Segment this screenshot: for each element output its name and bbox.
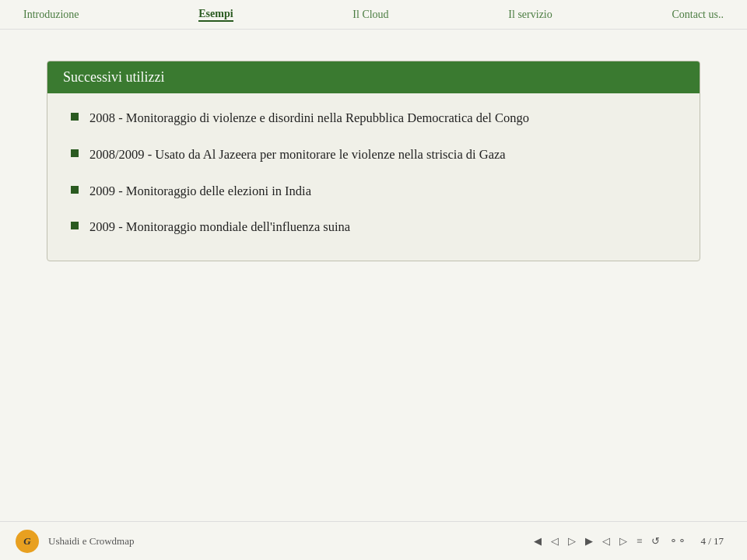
bottom-left: G Ushaidi e Crowdmap: [16, 530, 134, 553]
nav-first-icon[interactable]: ◀: [531, 534, 545, 549]
nav-item-introduzione[interactable]: Introduzione: [23, 9, 79, 21]
nav-list-icon[interactable]: ≡: [633, 534, 645, 549]
nav-prev-icon[interactable]: ◁: [548, 534, 562, 549]
list-item: 2009 - Monitoraggio mondiale dell'influe…: [71, 218, 676, 237]
content-box-header: Successivi utilizzi: [47, 61, 700, 93]
nav-refresh-icon[interactable]: ↺: [648, 534, 663, 549]
bullet-text-1: 2008 - Monitoraggio di violenze e disord…: [89, 109, 529, 128]
main-content: Successivi utilizzi 2008 - Monitoraggio …: [0, 30, 747, 521]
page-indicator: 4 / 17: [700, 535, 724, 548]
bullet-icon: [71, 113, 79, 121]
bullet-icon: [71, 186, 79, 194]
nav-section-prev-icon[interactable]: ◁: [599, 534, 613, 549]
navigation-bar: Introduzione Esempi Il Cloud Il servizio…: [0, 0, 747, 30]
logo-icon: G: [16, 530, 39, 553]
nav-item-ilcloud[interactable]: Il Cloud: [352, 9, 388, 21]
nav-section-next-icon[interactable]: ▷: [616, 534, 630, 549]
bullet-text-4: 2009 - Monitoraggio mondiale dell'influe…: [89, 218, 350, 237]
bullet-icon: [71, 149, 79, 157]
nav-item-contactus[interactable]: Contact us..: [672, 9, 724, 21]
bottom-subtitle: Ushaidi e Crowdmap: [48, 535, 134, 548]
list-item: 2008 - Monitoraggio di violenze e disord…: [71, 109, 676, 128]
nav-search-icon[interactable]: ⚬⚬: [666, 534, 689, 549]
bullet-icon: [71, 222, 79, 229]
nav-item-ilservizio[interactable]: Il servizio: [508, 9, 552, 21]
list-item: 2008/2009 - Usato da Al Jazeera per moni…: [71, 145, 676, 165]
content-box-body: 2008 - Monitoraggio di violenze e disord…: [47, 93, 700, 261]
bullet-text-3: 2009 - Monitoraggio delle elezioni in In…: [89, 182, 311, 201]
nav-prev-small-icon[interactable]: ▷: [565, 534, 579, 549]
list-item: 2009 - Monitoraggio delle elezioni in In…: [71, 182, 676, 201]
bullet-text-2: 2008/2009 - Usato da Al Jazeera per moni…: [89, 145, 506, 165]
slide-navigation: ◀ ◁ ▷ ▶ ◁ ▷ ≡ ↺ ⚬⚬ 4 / 17: [531, 534, 731, 549]
nav-next-small-icon[interactable]: ▶: [582, 534, 596, 549]
content-box: Successivi utilizzi 2008 - Monitoraggio …: [47, 61, 700, 261]
logo-text: G: [23, 535, 30, 548]
bottom-bar: G Ushaidi e Crowdmap ◀ ◁ ▷ ▶ ◁ ▷ ≡ ↺ ⚬⚬ …: [0, 521, 747, 560]
nav-item-esempi[interactable]: Esempi: [198, 8, 233, 22]
